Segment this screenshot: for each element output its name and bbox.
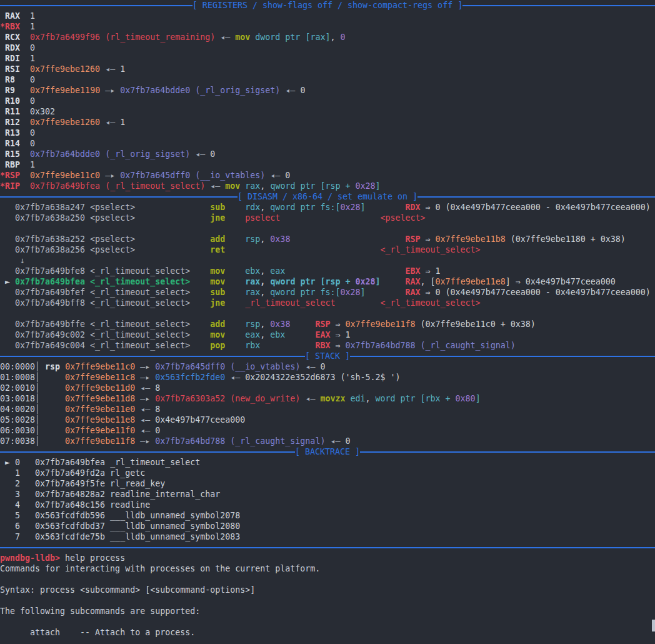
header-rule — [462, 5, 655, 6]
text-segment: 0x38 — [270, 319, 290, 329]
text-segment — [225, 319, 245, 329]
text-segment: 04:0020 — [0, 405, 35, 414]
text-segment: ebx — [245, 266, 260, 276]
text-segment: 0x38 — [270, 234, 290, 244]
header-rule — [0, 196, 238, 198]
text-segment: *RSP — [0, 171, 20, 180]
text-segment: 1 — [20, 11, 35, 21]
text-segment: R11 — [0, 107, 20, 116]
text-segment — [40, 362, 45, 371]
text-segment: 8 — [155, 383, 160, 393]
text-segment — [135, 213, 210, 223]
text-segment: RBP — [0, 160, 20, 169]
text-segment: │ — [35, 394, 40, 403]
header-rule — [0, 356, 305, 357]
text-segment: 0x7fb7a64bd788 (_rl_caught_signal) — [155, 436, 325, 446]
text-segment: help process — [60, 553, 125, 563]
text-segment: 0x7ffe9ebe11b8 — [436, 234, 506, 244]
text-segment — [381, 277, 406, 286]
text-segment: ⇒ — [330, 341, 345, 350]
register-row-rbp: RBP 1 — [0, 159, 655, 170]
output-row: Commands for interacting with processes … — [0, 563, 655, 574]
text-segment: <_rl_timeout_select> — [380, 298, 480, 308]
text-segment: 1 — [120, 64, 125, 74]
text-segment — [20, 181, 30, 191]
text-segment: —▸ — [135, 362, 155, 371]
text-segment: —▸ — [100, 171, 120, 180]
backtrace-row: 7 0x563fcdfde75b ___lldb_unnamed_symbol2… — [0, 531, 655, 542]
register-row-rdx: RDX 0 — [0, 43, 655, 53]
backtrace-row: 1 0x7fb7a649fd2a rl_getc — [0, 468, 655, 478]
disasm-row: 0x7fb7a649bfe8 <_rl_timeout_select> mov … — [0, 266, 655, 276]
text-segment: 0x4e497b477ceea000 — [526, 277, 616, 286]
text-segment: 0x7ffe9ebe11d8 — [65, 394, 135, 403]
text-segment: 00:0000 — [0, 362, 35, 371]
scrollbar-thumb[interactable] — [652, 620, 655, 631]
text-segment — [190, 330, 210, 340]
text-segment: <_rl_timeout_select> — [380, 245, 480, 254]
text-segment: Syntax: process <subcommand> [<subcomman… — [0, 585, 255, 595]
text-segment: 0x7ffe9ebe11c0 — [30, 171, 100, 180]
text-segment — [15, 86, 30, 95]
text-segment: pop — [210, 341, 225, 350]
text-segment: qword ptr [rsp + — [270, 181, 355, 191]
register-row-rip: *RIP 0x7fb7a649bfea (_rl_timeout_select)… — [0, 181, 655, 191]
text-segment: rbx — [245, 341, 260, 350]
text-segment: —▸ — [135, 373, 155, 382]
text-segment: 07:0038 — [0, 436, 35, 446]
text-segment: 0 — [285, 171, 290, 180]
text-segment — [190, 341, 210, 350]
stack-row: 06:0030│ 0x7ffe9ebe11f0 ◂— 0 — [0, 425, 655, 436]
text-segment: movzx — [320, 394, 345, 403]
text-segment: , [ — [421, 277, 436, 286]
text-segment: 8 — [155, 405, 160, 414]
text-segment: , — [260, 288, 270, 297]
text-segment: 1 — [20, 160, 35, 169]
text-segment: eax — [270, 266, 285, 276]
section-header-label: [ REGISTERS / show-flags off / show-comp… — [192, 0, 462, 11]
register-row-r11: R11 0x302 — [0, 106, 655, 117]
text-segment: ret — [210, 245, 225, 254]
register-row-r14: R14 0 — [0, 138, 655, 149]
text-segment — [20, 149, 30, 159]
section-header-registers: [ REGISTERS / show-flags off / show-comp… — [0, 0, 655, 11]
text-segment: 0 — [340, 33, 345, 42]
text-segment: mov — [225, 181, 240, 191]
text-segment: 0x7ffe9ebe11f8 — [65, 436, 135, 446]
stack-row: 00:0000│ rsp 0x7ffe9ebe11c0 —▸ 0x7fb7a64… — [0, 361, 655, 372]
text-segment: rax — [245, 181, 260, 191]
header-rule — [0, 451, 295, 453]
text-segment: 0x7fb7a638a250 <pselect> — [0, 213, 135, 223]
text-segment: 06:0030 — [0, 426, 35, 435]
section-header-label: [ STACK ] — [305, 351, 350, 361]
header-rule — [360, 451, 655, 453]
backtrace-row: 5 0x563fcdfdb596 ___lldb_unnamed_symbol2… — [0, 510, 655, 521]
text-segment — [225, 203, 245, 212]
text-segment: R10 — [0, 96, 20, 106]
text-segment: ⇒ — [330, 319, 345, 329]
separator-rule — [0, 547, 655, 548]
text-segment: ◂— — [225, 373, 245, 382]
text-segment: rsp — [45, 362, 60, 371]
text-segment: 0 — [20, 43, 35, 53]
text-segment: RSP — [406, 234, 421, 244]
text-segment: ⇒ — [330, 330, 345, 340]
text-segment: 0x7fb7a649bff8 <_rl_timeout_select> — [0, 298, 190, 308]
text-segment — [20, 64, 30, 74]
text-segment: pselect — [245, 213, 280, 223]
stack-row: 01:0008│ 0x7ffe9ebe11c8 —▸ 0x563fcfb2fde… — [0, 372, 655, 383]
text-segment: 0x7fb7a64bd788 (_rl_caught_signal) — [345, 341, 515, 350]
text-segment — [135, 234, 210, 244]
text-segment: , — [260, 181, 270, 191]
text-segment — [225, 330, 245, 340]
register-row-r12: R12 0x7ffe9ebe1260 ◂— 1 — [0, 117, 655, 128]
text-segment: 03:0018 — [0, 394, 35, 403]
text-segment: 0x7ffe9ebe1260 — [30, 118, 100, 127]
section-header-stack: [ STACK ] — [0, 351, 655, 361]
text-segment — [40, 426, 65, 435]
text-segment: R13 — [0, 128, 20, 138]
text-segment: 0x7ffe9ebe11c0 — [65, 362, 135, 371]
register-row-r9: R9 0x7ffe9ebe1190 —▸ 0x7fb7a64bdde0 (_rl… — [0, 85, 655, 96]
disasm-row: 0x7fb7a638a252 <pselect> add rsp, 0x38 R… — [0, 234, 655, 244]
text-segment: pwndbg-lldb> — [0, 553, 60, 563]
